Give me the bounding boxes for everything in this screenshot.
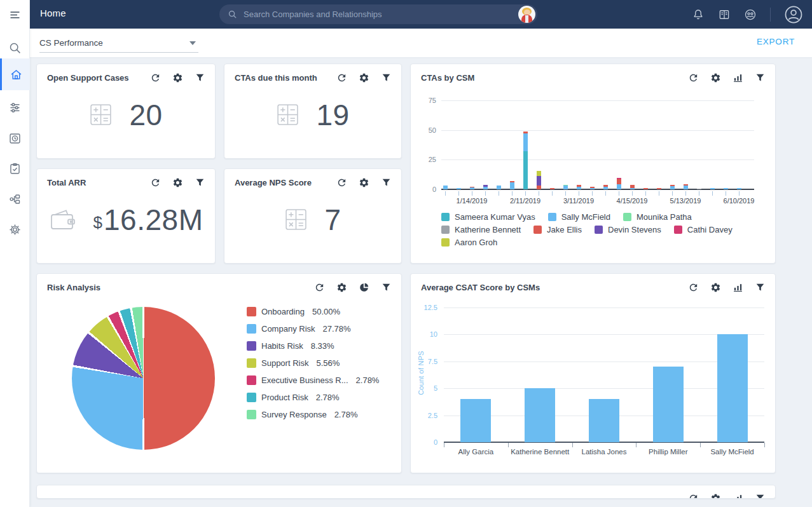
bar-chart-type-icon[interactable] [733, 72, 743, 83]
pie-chart-type-icon[interactable] [359, 282, 369, 293]
bar-segment[interactable] [470, 187, 474, 188]
bar-segment[interactable] [724, 188, 728, 189]
bar-segment[interactable] [603, 185, 608, 187]
sidebar-item-home[interactable] [0, 58, 30, 90]
filter-funnel-icon[interactable] [381, 177, 392, 188]
export-button[interactable]: EXPORT [757, 37, 795, 46]
legend-item[interactable]: Survey Response2.78% [247, 406, 379, 423]
assistant-mascot-avatar[interactable] [518, 6, 535, 23]
bar-segment[interactable] [470, 187, 474, 189]
bar-segment[interactable] [537, 171, 541, 176]
bar-segment[interactable] [657, 188, 661, 189]
filter-funnel-icon[interactable] [195, 72, 205, 83]
bar-segment[interactable] [617, 184, 621, 189]
legend-item[interactable]: Jake Ellis [533, 225, 582, 234]
bar-chart-type-icon[interactable] [733, 493, 743, 499]
sidebar-item-success-plans[interactable] [0, 154, 30, 183]
bar-chart-type-icon[interactable] [733, 282, 743, 293]
menu-hamburger-icon[interactable] [0, 0, 30, 29]
csat-bar[interactable] [717, 334, 748, 442]
sidebar-item-relationships[interactable] [0, 184, 30, 213]
legend-item[interactable]: Katherine Bennett [441, 225, 521, 234]
legend-item[interactable]: Sameera Kumar Vyas [441, 212, 535, 222]
legend-item[interactable]: Aaron Groh [441, 238, 497, 247]
global-search[interactable] [219, 4, 537, 24]
filter-funnel-icon[interactable] [381, 72, 392, 83]
refresh-icon[interactable] [688, 72, 699, 83]
sidebar-item-administration[interactable] [0, 215, 30, 244]
bar-segment[interactable] [630, 185, 635, 189]
filter-funnel-icon[interactable] [755, 282, 766, 293]
filter-funnel-icon[interactable] [755, 493, 766, 499]
legend-item[interactable]: Executive Business R...2.78% [247, 372, 379, 389]
bar-segment[interactable] [443, 186, 448, 189]
legend-item[interactable]: Support Risk5.56% [247, 355, 379, 372]
csat-bar[interactable] [460, 399, 491, 442]
bar-segment[interactable] [577, 187, 581, 189]
settings-gear-icon[interactable] [359, 177, 369, 188]
settings-gear-icon[interactable] [172, 72, 183, 83]
legend-item[interactable]: Mounika Patha [623, 212, 692, 222]
bar-segment[interactable] [710, 188, 715, 189]
bar-segment[interactable] [630, 188, 635, 189]
refresh-icon[interactable] [150, 72, 161, 83]
refresh-icon[interactable] [150, 177, 161, 188]
bar-segment[interactable] [603, 187, 608, 189]
settings-gear-icon[interactable] [710, 282, 721, 293]
bar-segment[interactable] [684, 184, 688, 186]
bar-segment[interactable] [510, 181, 514, 182]
risk-pie-chart[interactable] [72, 307, 215, 450]
bar-segment[interactable] [510, 182, 514, 189]
sidebar-item-cockpit[interactable] [0, 93, 30, 122]
bar-segment[interactable] [563, 185, 568, 186]
bar-segment[interactable] [643, 188, 648, 189]
library-book-icon[interactable] [718, 8, 731, 21]
legend-item[interactable]: Company Risk27.78% [247, 320, 379, 337]
legend-item[interactable]: Onboarding50.00% [247, 303, 379, 320]
bar-segment[interactable] [563, 186, 568, 189]
refresh-icon[interactable] [336, 177, 347, 188]
search-input[interactable] [237, 10, 518, 19]
notifications-bell-icon[interactable] [692, 8, 705, 21]
legend-item[interactable]: Habits Risk8.33% [247, 337, 379, 355]
bar-segment[interactable] [590, 188, 595, 189]
bar-segment[interactable] [670, 185, 675, 187]
sidebar-item-timeline[interactable] [0, 123, 30, 152]
dashboard-selector[interactable]: CS Performance [39, 34, 198, 53]
bar-segment[interactable] [537, 186, 541, 189]
bar-segment[interactable] [457, 188, 461, 189]
user-profile-icon[interactable] [784, 5, 803, 24]
csat-bar[interactable] [589, 399, 619, 442]
refresh-icon[interactable] [336, 72, 347, 83]
refresh-icon[interactable] [688, 282, 699, 293]
settings-gear-icon[interactable] [359, 72, 369, 83]
bar-segment[interactable] [670, 186, 675, 189]
legend-item[interactable]: Sally McField [548, 212, 610, 222]
bar-segment[interactable] [697, 189, 701, 190]
legend-item[interactable]: Cathi Davey [674, 225, 733, 234]
bar-segment[interactable] [617, 179, 621, 184]
bar-segment[interactable] [483, 185, 488, 187]
bar-segment[interactable] [550, 188, 554, 189]
bar-segment[interactable] [684, 186, 688, 189]
filter-funnel-icon[interactable] [381, 282, 392, 293]
bar-segment[interactable] [523, 132, 528, 133]
bar-segment[interactable] [737, 188, 741, 189]
refresh-icon[interactable] [314, 282, 325, 293]
bar-segment[interactable] [523, 151, 528, 189]
bar-segment[interactable] [497, 186, 501, 189]
legend-item[interactable]: Product Risk2.78% [247, 389, 379, 406]
settings-gear-icon[interactable] [172, 177, 183, 188]
bar-segment[interactable] [590, 187, 595, 188]
community-people-icon[interactable] [744, 8, 757, 21]
settings-gear-icon[interactable] [336, 282, 347, 293]
bar-segment[interactable] [537, 176, 541, 186]
csat-bar[interactable] [525, 388, 555, 442]
filter-funnel-icon[interactable] [755, 72, 766, 83]
bar-segment[interactable] [523, 133, 528, 151]
settings-gear-icon[interactable] [710, 493, 721, 499]
bar-segment[interactable] [483, 187, 488, 189]
settings-gear-icon[interactable] [710, 72, 721, 83]
refresh-icon[interactable] [688, 493, 699, 499]
csat-bar[interactable] [653, 367, 684, 442]
